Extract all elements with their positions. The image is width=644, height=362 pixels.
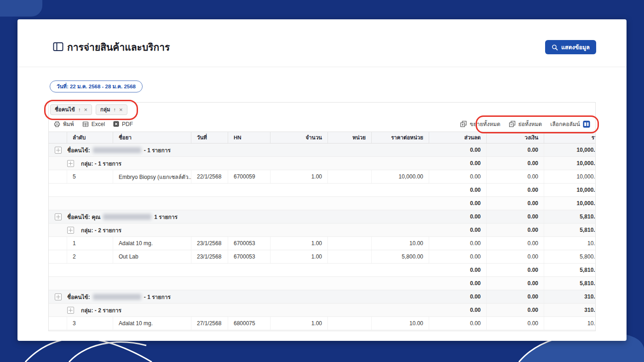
column-header-1[interactable]: ลำดับ bbox=[67, 132, 113, 143]
table-row-data: 2Out Lab23/1/256867000531.005,800.000.00… bbox=[49, 250, 596, 264]
column-header-7[interactable]: ราคาต่อหน่วย bbox=[372, 132, 429, 143]
table-row-data: 1Adalat 10 mg.23/1/256867000531.0010.000… bbox=[49, 237, 596, 250]
grid-view-actions: ขยายทั้งหมด ย่อทั้งหมด เล bbox=[460, 120, 590, 128]
group-label-cell: ชื่อคนไข้: คุณ1 รายการ bbox=[67, 210, 429, 223]
cell-unit bbox=[328, 170, 372, 183]
table-row-data: 3Adalat 10 mg.27/1/256868000751.0010.000… bbox=[49, 317, 596, 330]
group-count: - 1 รายการ bbox=[144, 293, 171, 301]
group-label-cell: ชื่อคนไข้:- 1 รายการ bbox=[67, 144, 429, 156]
cell-discount: 0.00 bbox=[429, 237, 487, 250]
pdf-export-button[interactable]: PDF bbox=[113, 121, 133, 127]
row-lead-cell bbox=[49, 250, 67, 263]
expand-group-icon[interactable] bbox=[55, 147, 62, 154]
cell-quantity: 1.00 bbox=[270, 250, 328, 263]
table-row-subgroup: กลุ่ม: - 2 รายการ0.000.00310.00 bbox=[49, 304, 596, 317]
subgroup-label: กลุ่ม: - 2 รายการ bbox=[81, 306, 121, 315]
expand-subgroup-icon[interactable] bbox=[67, 307, 74, 314]
cell-drug-name: Adalat 10 mg. bbox=[113, 237, 191, 250]
collapse-all-button[interactable]: ย่อทั้งหมด bbox=[509, 120, 542, 128]
cell-date: 23/1/2568 bbox=[191, 250, 228, 263]
column-header-9[interactable]: วงเงิน bbox=[487, 132, 544, 143]
cell-total: 5,810.00 bbox=[544, 224, 596, 236]
cell-credit-limit: 0.00 bbox=[487, 264, 544, 276]
cell-quantity: 1.00 bbox=[270, 170, 328, 183]
summary-spacer-cell bbox=[49, 264, 429, 276]
column-header-2[interactable]: ชื่อยา bbox=[113, 132, 191, 143]
cell-total: 10.00 bbox=[544, 317, 596, 330]
cell-total: 5,810.00 bbox=[544, 277, 596, 290]
cell-date: 27/1/2568 bbox=[191, 317, 228, 330]
expand-all-label: ขยายทั้งหมด bbox=[470, 120, 500, 128]
cell-quantity: 1.00 bbox=[270, 237, 328, 250]
choose-columns-button[interactable]: เลือกคอลัมน์ bbox=[550, 120, 590, 128]
group-chip-patient[interactable]: ชื่อคนไข้ ↑ × bbox=[50, 104, 92, 115]
group-label: ชื่อคนไข้: bbox=[67, 293, 90, 301]
column-header-8[interactable]: ส่วนลด bbox=[429, 132, 487, 143]
expand-group-icon[interactable] bbox=[55, 213, 62, 220]
expand-all-button[interactable]: ขยายทั้งหมด bbox=[460, 120, 500, 128]
redacted-patient-name bbox=[103, 214, 151, 220]
cell-discount: 0.00 bbox=[429, 224, 487, 236]
excel-export-button[interactable]: Excel bbox=[82, 121, 105, 127]
chip-close-icon[interactable]: × bbox=[84, 107, 87, 113]
chip-close-icon[interactable]: × bbox=[119, 107, 123, 113]
column-header-4[interactable]: HN bbox=[228, 132, 270, 143]
cell-unit-price: 10.00 bbox=[372, 237, 429, 250]
subgroup-label-cell: กลุ่ม: - 2 รายการ bbox=[67, 224, 429, 236]
cell-total: 10,000.00 bbox=[544, 144, 596, 156]
column-header-10[interactable]: รวม bbox=[544, 132, 596, 143]
cell-total: 5,800.00 bbox=[544, 250, 596, 263]
table-row-subgroup: กลุ่ม: - 1 รายการ0.000.0010,000.00 bbox=[49, 157, 596, 170]
cell-drug-name: Out Lab bbox=[113, 250, 191, 263]
data-grid-panel: ชื่อคนไข้ ↑ × กลุ่ม ↑ × bbox=[48, 102, 596, 331]
expand-subgroup-icon[interactable] bbox=[67, 227, 74, 234]
excel-icon bbox=[82, 121, 89, 127]
column-header-lead bbox=[49, 132, 67, 143]
sort-asc-icon: ↑ bbox=[78, 107, 81, 112]
sort-asc-icon: ↑ bbox=[114, 107, 116, 112]
export-actions: พิมพ์ Excel bbox=[54, 120, 133, 128]
cell-drug-name: Adalat 10 mg. bbox=[113, 317, 191, 330]
show-data-button[interactable]: แสดงข้อมูล bbox=[545, 40, 596, 54]
search-icon bbox=[552, 44, 558, 51]
print-label: พิมพ์ bbox=[63, 120, 74, 128]
cell-date: 22/1/2568 bbox=[191, 170, 228, 183]
cell-hn: 6800075 bbox=[228, 317, 270, 330]
cell-order: 5 bbox=[67, 170, 113, 183]
cell-credit-limit: 0.00 bbox=[487, 157, 544, 170]
cell-total: 10,000.00 bbox=[544, 157, 596, 170]
cell-discount: 0.00 bbox=[429, 144, 487, 156]
table-header: ลำดับชื่อยาวันที่HNจำนวนหน่วยราคาต่อหน่ว… bbox=[49, 132, 596, 144]
column-header-6[interactable]: หน่วย bbox=[328, 132, 372, 143]
table-row-summary2: 0.000.0010,000.00 bbox=[49, 197, 596, 210]
collapse-all-icon bbox=[509, 121, 516, 127]
cell-drug-name: Embryo Biopsy (แยกเซลล์ตัว... bbox=[113, 170, 191, 183]
printer-icon bbox=[54, 121, 60, 127]
group-label: ชื่อคนไข้: คุณ bbox=[67, 213, 100, 221]
print-button[interactable]: พิมพ์ bbox=[54, 120, 74, 128]
group-count: 1 รายการ bbox=[154, 213, 178, 221]
cell-unit-price: 10.00 bbox=[372, 317, 429, 330]
expand-group-icon[interactable] bbox=[55, 293, 62, 300]
cell-unit-price: 5,800.00 bbox=[372, 250, 429, 263]
column-header-3[interactable]: วันที่ bbox=[191, 132, 228, 143]
report-icon bbox=[53, 42, 63, 52]
collapse-all-label: ย่อทั้งหมด bbox=[518, 120, 542, 128]
expand-subgroup-icon[interactable] bbox=[67, 160, 74, 167]
table-row-summary2: 0.000.005,810.00 bbox=[49, 277, 596, 290]
show-data-label: แสดงข้อมูล bbox=[561, 43, 590, 52]
table-row-data: 5Embryo Biopsy (แยกเซลล์ตัว...22/1/25686… bbox=[49, 170, 596, 184]
excel-label: Excel bbox=[92, 121, 105, 127]
expand-cell bbox=[49, 210, 67, 223]
cell-hn: 6700059 bbox=[228, 170, 270, 183]
cell-unit bbox=[328, 250, 372, 263]
column-header-5[interactable]: จำนวน bbox=[270, 132, 328, 143]
cell-total: 5,810.00 bbox=[544, 264, 596, 276]
cell-discount: 0.00 bbox=[429, 210, 487, 223]
cell-hn: 6700053 bbox=[228, 250, 270, 263]
cell-total: 10,000.00 bbox=[544, 197, 596, 210]
cell-credit-limit: 0.00 bbox=[487, 237, 544, 250]
date-range-chip[interactable]: วันที่: 22 ม.ค. 2568 - 28 ม.ค. 2568 bbox=[50, 80, 143, 92]
expand-all-icon bbox=[460, 121, 467, 127]
group-chip-group[interactable]: กลุ่ม ↑ × bbox=[96, 104, 127, 115]
